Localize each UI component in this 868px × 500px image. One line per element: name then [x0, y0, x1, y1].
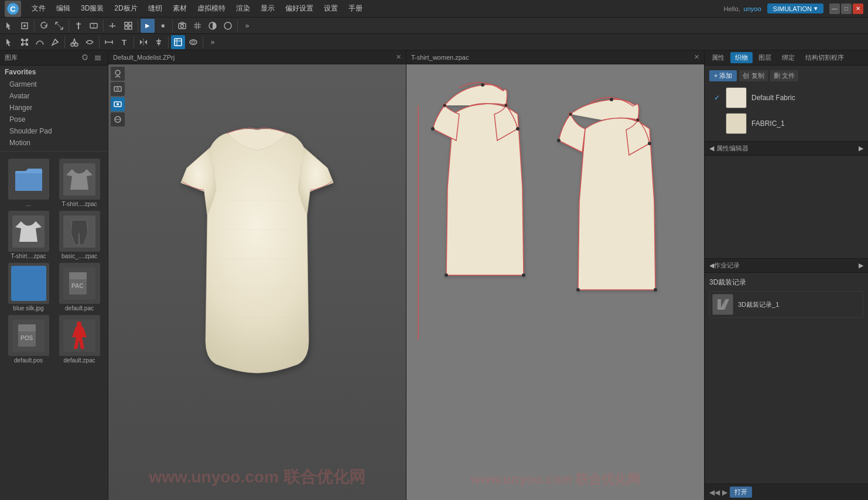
nav-avatar[interactable]: Avatar: [0, 90, 108, 102]
rotate-tool[interactable]: [37, 19, 51, 33]
close-button[interactable]: ✕: [853, 4, 863, 14]
tab-properties[interactable]: 属性: [707, 52, 729, 63]
viewport-2d-close[interactable]: ✕: [694, 53, 699, 61]
list-item[interactable]: ...: [5, 159, 52, 207]
tab-layer[interactable]: 图层: [754, 52, 776, 63]
svg-text:POS: POS: [20, 335, 33, 341]
viewport-3d: Default_Modelist.ZPrj ✕: [108, 50, 406, 500]
menu-avatar[interactable]: 虚拟模特: [193, 2, 230, 15]
2d-align[interactable]: [152, 35, 166, 49]
log-expand-icon[interactable]: ▶: [859, 262, 863, 269]
menu-help[interactable]: 手册: [344, 2, 367, 15]
more-tools[interactable]: »: [240, 19, 254, 33]
log-bottom-bar: ◀◀ ▶ 打开: [705, 484, 868, 500]
viewport-row: Default_Modelist.ZPrj ✕: [108, 50, 704, 500]
fabric-item-default[interactable]: ✓ Default Fabric: [709, 85, 863, 111]
2d-select[interactable]: [2, 35, 16, 49]
tshirt-thumbnail-1: [59, 159, 100, 200]
tab-fabric[interactable]: 织物: [730, 52, 753, 63]
list-item[interactable]: T-shirt....zpac: [5, 211, 52, 259]
2d-pen[interactable]: [48, 35, 62, 49]
dup-fabric-button[interactable]: 创 复制: [739, 70, 767, 81]
list-item[interactable]: POS default.pos: [5, 315, 52, 364]
list-item[interactable]: default.zpac: [56, 315, 103, 364]
list-item[interactable]: basic_....zpac: [56, 211, 103, 259]
minimize-button[interactable]: —: [829, 4, 840, 14]
nav-pose[interactable]: Pose: [0, 114, 108, 125]
2d-pattern-active[interactable]: [171, 35, 185, 49]
hello-text: Hello,: [723, 5, 740, 12]
2d-node[interactable]: [18, 35, 32, 49]
simulate-btn[interactable]: ▶: [141, 19, 155, 33]
2d-more[interactable]: »: [206, 35, 220, 49]
prop-expand-icon[interactable]: ▶: [859, 145, 863, 152]
menu-assets[interactable]: 素材: [168, 2, 192, 15]
log-content: 3D裁装记录 3D裁装记录_1: [705, 273, 868, 484]
fabric-name-default: Default Fabric: [751, 94, 795, 102]
svg-point-21: [224, 22, 231, 29]
2d-mirror[interactable]: [136, 35, 151, 49]
shading-toggle[interactable]: [206, 19, 220, 33]
log-open-button[interactable]: 打开: [730, 487, 752, 498]
main-content: 图库 Favorites Garment Avatar Hanger Pose …: [0, 50, 868, 500]
menu-2d[interactable]: 2D板片: [110, 2, 142, 15]
menu-3d[interactable]: 3D服装: [76, 2, 108, 15]
2d-sewing[interactable]: [83, 35, 97, 49]
menu-sewing[interactable]: 缝纫: [143, 2, 167, 15]
fold-tool[interactable]: [87, 19, 101, 33]
tab-structure[interactable]: 结构切割程序: [801, 52, 849, 63]
transform-tool[interactable]: [18, 19, 32, 33]
select-tool[interactable]: [2, 19, 16, 33]
menu-display[interactable]: 显示: [256, 2, 279, 15]
menu-prefs[interactable]: 偏好设置: [281, 2, 318, 15]
svg-point-86: [576, 288, 580, 292]
vp-back[interactable]: [111, 97, 125, 111]
right-panel-header: 属性 织物 图层 绑定 结构切割程序: [705, 50, 868, 66]
menu-edit[interactable]: 编辑: [52, 2, 75, 15]
stop-btn[interactable]: ■: [156, 19, 170, 33]
nav-garment[interactable]: Garment: [0, 78, 108, 90]
svg-rect-39: [157, 43, 160, 44]
vp-perspective[interactable]: [111, 67, 125, 81]
del-fabric-button[interactable]: 删 文件: [770, 70, 798, 81]
nav-motion[interactable]: Motion: [0, 137, 108, 149]
2d-cut[interactable]: [67, 35, 81, 49]
log-entry[interactable]: 3D裁装记录_1: [709, 291, 863, 318]
vp-side[interactable]: [111, 112, 125, 126]
arrange-tool[interactable]: [121, 19, 135, 33]
grid-toggle[interactable]: [190, 19, 204, 33]
viewport-3d-close[interactable]: ✕: [396, 53, 401, 61]
refresh-icon[interactable]: [80, 53, 90, 63]
svg-rect-25: [21, 43, 23, 46]
svg-point-79: [445, 273, 448, 277]
list-item[interactable]: blue silk.jpg: [5, 263, 52, 311]
menu-render[interactable]: 渲染: [231, 2, 255, 15]
wireframe-toggle[interactable]: [221, 19, 235, 33]
chevron-down-icon: ▾: [814, 5, 818, 12]
tab-bind[interactable]: 绑定: [777, 52, 799, 63]
scale-tool[interactable]: [52, 19, 66, 33]
nav-hanger[interactable]: Hanger: [0, 102, 108, 114]
fabric-item-1[interactable]: FABRIC_1: [709, 111, 863, 136]
menu-settings[interactable]: 设置: [319, 2, 343, 15]
svg-rect-9: [125, 22, 128, 25]
pin-tool[interactable]: [71, 19, 86, 33]
2d-measure[interactable]: [102, 35, 116, 49]
menu-file[interactable]: 文件: [27, 2, 50, 15]
list-view-icon[interactable]: [93, 53, 103, 63]
add-fabric-button[interactable]: + 添加: [709, 70, 737, 81]
2d-text[interactable]: T: [117, 35, 131, 49]
2d-curve[interactable]: [33, 35, 47, 49]
2d-stress[interactable]: [186, 35, 200, 49]
simulation-button[interactable]: SIMULATION ▾: [767, 4, 823, 13]
vp-front[interactable]: [111, 82, 125, 96]
nav-shoulder-pad[interactable]: Shoulder Pad: [0, 125, 108, 137]
viewport-2d-content[interactable]: www.unyoo.com 联合优化网: [406, 64, 704, 500]
move-tool[interactable]: [106, 19, 120, 33]
list-item[interactable]: PAC default.pac: [56, 263, 103, 311]
list-item[interactable]: T-shirt....zpac: [56, 159, 103, 207]
maximize-button[interactable]: □: [841, 4, 852, 14]
viewport-3d-content[interactable]: www.unyoo.com 联合优化网: [108, 64, 406, 500]
camera-reset[interactable]: [175, 19, 189, 33]
viewport-3d-header: Default_Modelist.ZPrj ✕: [108, 50, 406, 64]
